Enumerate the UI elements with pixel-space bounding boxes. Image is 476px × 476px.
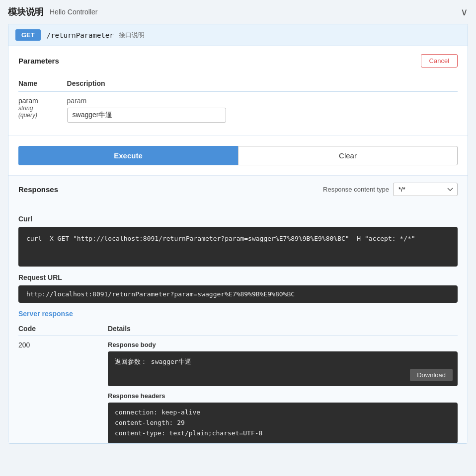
request-url-label: Request URL: [18, 273, 458, 281]
response-row: 200 Response body 返回参数： swagger牛逼 Downlo…: [18, 336, 458, 444]
parameters-title: Parameters: [18, 57, 59, 65]
response-headers-block: connection: keep-alive content-length: 2…: [108, 403, 458, 443]
download-button[interactable]: Download: [410, 369, 453, 381]
param-description: param: [67, 97, 458, 105]
cancel-button[interactable]: Cancel: [421, 54, 458, 68]
module-header: 模块说明 Hello Controller ∨: [0, 0, 476, 24]
response-table: Code Details 200 Response body 返回参数： swa…: [18, 322, 458, 443]
response-body-block: 返回参数： swagger牛逼 Download: [108, 351, 458, 386]
param-name-cell: param string (query): [18, 92, 67, 128]
module-header-left: 模块说明 Hello Controller: [8, 6, 97, 18]
method-badge: GET: [15, 29, 41, 41]
page-container: 模块说明 Hello Controller ∨ GET /returnParam…: [0, 0, 476, 476]
parameters-section: Parameters Cancel Name Description param…: [8, 46, 468, 136]
content-type-select[interactable]: */* application/json text/plain: [393, 183, 458, 196]
clear-button[interactable]: Clear: [238, 146, 458, 165]
param-input[interactable]: [67, 108, 226, 123]
response-col-code: Code: [18, 322, 108, 336]
main-card: GET /returnParameter 接口说明 Parameters Can…: [8, 24, 468, 444]
content-type-label: Response content type: [323, 186, 389, 193]
server-response-label: Server response: [18, 310, 458, 318]
curl-section: Curl curl -X GET "http://localhost:8091/…: [8, 208, 468, 267]
table-row: param string (query) param: [18, 92, 458, 128]
response-code-cell: 200: [18, 336, 108, 444]
responses-section: Responses Response content type */* appl…: [8, 175, 468, 208]
get-bar: GET /returnParameter 接口说明: [8, 24, 468, 46]
col-description-header: Description: [67, 75, 458, 92]
server-response-section: Server response Code Details 200 Respons…: [8, 303, 468, 443]
parameters-header: Parameters Cancel: [18, 54, 458, 68]
col-name-header: Name: [18, 75, 67, 92]
module-subtitle: Hello Controller: [50, 8, 97, 16]
param-name: param: [18, 97, 67, 105]
content-type-row: Response content type */* application/js…: [323, 183, 458, 196]
curl-label: Curl: [18, 215, 458, 223]
response-body-value: 返回参数： swagger牛逼: [115, 358, 191, 365]
endpoint-label: 接口说明: [119, 31, 145, 40]
request-url-section: Request URL http://localhost:8091/return…: [8, 267, 468, 303]
request-url-value: http://localhost:8091/returnParameter?pa…: [18, 285, 458, 303]
response-headers-label: Response headers: [108, 392, 458, 400]
response-body-label: Response body: [108, 341, 458, 348]
param-location: (query): [18, 112, 67, 119]
params-table: Name Description param string (query) pa…: [18, 75, 458, 128]
response-col-details: Details: [108, 322, 458, 336]
action-row: Execute Clear: [8, 136, 468, 175]
module-title: 模块说明: [8, 6, 44, 18]
response-details-cell: Response body 返回参数： swagger牛逼 Download R…: [108, 336, 458, 444]
endpoint-path: /returnParameter: [47, 31, 114, 39]
responses-title: Responses: [18, 185, 58, 194]
param-type: string: [18, 105, 67, 112]
chevron-down-icon[interactable]: ∨: [461, 6, 468, 18]
responses-header: Responses Response content type */* appl…: [18, 183, 458, 196]
param-description-cell: param: [67, 92, 458, 128]
execute-button[interactable]: Execute: [18, 146, 238, 165]
curl-code-block: curl -X GET "http://localhost:8091/retur…: [18, 227, 458, 267]
